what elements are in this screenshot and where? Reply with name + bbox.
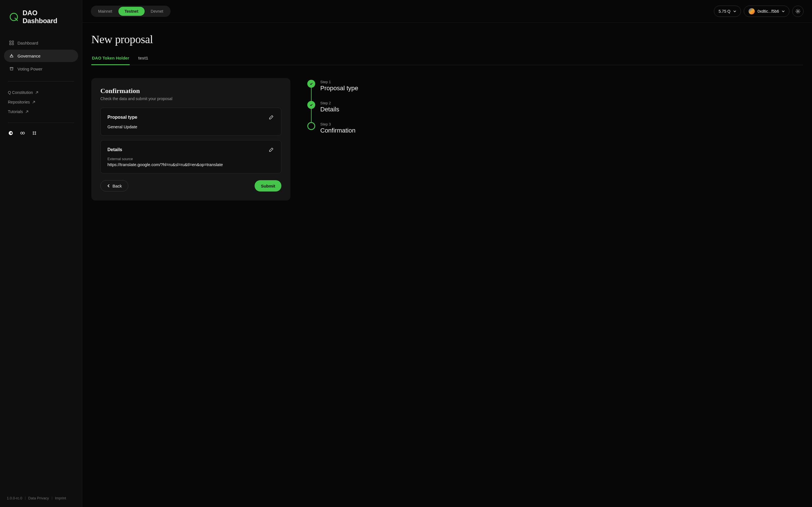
link-constitution[interactable]: Q Constitution	[8, 88, 74, 97]
card-subtitle: Check the data and submit your proposal	[100, 97, 281, 101]
version-label: 1.0.0-rc.0	[7, 496, 22, 500]
step-indicator-current	[307, 122, 315, 130]
external-icon	[35, 91, 39, 94]
brand-title: DAO Dashboard	[22, 9, 73, 25]
ext-link-label: Q Constitution	[8, 90, 33, 95]
step-indicator-done	[307, 80, 315, 88]
social3-icon[interactable]	[32, 130, 37, 136]
step-connector	[311, 88, 311, 101]
dashboard-icon	[9, 40, 14, 45]
confirmation-card: Confirmation Check the data and submit y…	[91, 78, 290, 201]
tabs: DAO Token Holder test1	[91, 56, 803, 65]
tab-dao-token-holder[interactable]: DAO Token Holder	[91, 56, 130, 65]
separator	[8, 81, 74, 81]
section-value: https://translate.google.com/?hl=ru&sl=r…	[107, 162, 274, 167]
sidebar-item-label: Governance	[17, 54, 41, 58]
nav: Dashboard Governance Voting Power	[4, 37, 78, 75]
section-details: Details External source https://translat…	[100, 140, 281, 173]
step-num: Step 1	[320, 80, 358, 84]
balance-dropdown[interactable]: 5.75 Q	[714, 6, 741, 17]
edit-details-button[interactable]	[268, 147, 274, 153]
external-icon	[25, 110, 28, 113]
sidebar-item-voting-power[interactable]: Voting Power	[4, 63, 78, 75]
svg-rect-4	[10, 44, 11, 45]
footer-sep	[52, 497, 52, 500]
edit-proposal-type-button[interactable]	[268, 114, 274, 120]
main: New proposal DAO Token Holder test1 Conf…	[82, 22, 812, 507]
sidebar-footer: 1.0.0-rc.0 Data Privacy Imprint	[4, 496, 78, 507]
ext-link-label: Repositories	[8, 100, 30, 104]
link-tutorials[interactable]: Tutorials	[8, 107, 74, 116]
back-button[interactable]: Back	[100, 180, 128, 191]
section-heading: Details	[107, 147, 122, 152]
chevron-down-icon	[782, 10, 785, 13]
svg-rect-3	[12, 41, 13, 42]
section-heading: Proposal type	[107, 115, 137, 120]
back-label: Back	[113, 183, 122, 188]
svg-rect-2	[10, 41, 11, 42]
topbar: Mainnet Testnet Devnet 5.75 Q 0xd6c...f5…	[82, 0, 812, 22]
link-imprint[interactable]: Imprint	[55, 496, 66, 500]
account-dropdown[interactable]: 0xd6c...f5b6	[744, 6, 790, 17]
pencil-icon	[269, 115, 274, 120]
network-devnet[interactable]: Devnet	[144, 7, 169, 16]
voting-power-icon	[9, 66, 14, 71]
link-privacy[interactable]: Data Privacy	[28, 496, 49, 500]
svg-rect-5	[12, 44, 13, 45]
stepper: Step 1 Proposal type Step 2 Details	[307, 78, 358, 201]
separator	[8, 123, 74, 123]
social1-icon[interactable]	[8, 130, 13, 136]
svg-point-8	[20, 132, 22, 134]
content-row: Confirmation Check the data and submit y…	[91, 78, 803, 201]
topbar-right: 5.75 Q 0xd6c...f5b6	[714, 6, 804, 17]
section-label: External source	[107, 157, 274, 161]
page-title: New proposal	[91, 33, 803, 46]
svg-point-9	[22, 132, 24, 134]
account-address: 0xd6c...f5b6	[758, 9, 779, 13]
footer-sep	[25, 497, 25, 500]
step-num: Step 2	[320, 101, 339, 105]
avatar	[749, 8, 755, 14]
sidebar-item-label: Dashboard	[17, 41, 38, 45]
step-label: Details	[320, 106, 339, 113]
balance-value: 5.75 Q	[719, 9, 731, 13]
step-3: Step 3 Confirmation	[307, 122, 358, 134]
section-proposal-type: Proposal type General Update	[100, 108, 281, 135]
tab-test1[interactable]: test1	[137, 56, 149, 65]
link-repositories[interactable]: Repositories	[8, 97, 74, 107]
section-value: General Update	[107, 124, 274, 129]
svg-point-10	[797, 10, 799, 12]
submit-button[interactable]: Submit	[254, 180, 281, 191]
governance-icon	[9, 53, 14, 58]
ext-link-label: Tutorials	[8, 109, 23, 114]
network-testnet[interactable]: Testnet	[118, 7, 144, 16]
logo-icon	[9, 12, 19, 22]
sidebar: DAO Dashboard Dashboard Governanc	[0, 0, 82, 507]
card-actions: Back Submit	[100, 180, 281, 191]
brand: DAO Dashboard	[4, 0, 78, 37]
social-row	[4, 130, 78, 136]
card-title: Confirmation	[100, 87, 281, 95]
step-num: Step 3	[320, 122, 355, 126]
network-mainnet[interactable]: Mainnet	[92, 7, 118, 16]
network-switcher: Mainnet Testnet Devnet	[91, 6, 171, 17]
step-label: Confirmation	[320, 127, 355, 134]
step-label: Proposal type	[320, 84, 358, 92]
svg-point-7	[10, 132, 12, 134]
chevron-left-icon	[107, 184, 110, 187]
chevron-down-icon	[733, 10, 736, 13]
sidebar-item-dashboard[interactable]: Dashboard	[4, 37, 78, 49]
step-2: Step 2 Details	[307, 101, 358, 122]
step-connector	[311, 109, 311, 122]
sidebar-item-governance[interactable]: Governance	[4, 50, 78, 62]
sidebar-item-label: Voting Power	[17, 66, 42, 71]
external-icon	[32, 100, 36, 104]
settings-button[interactable]	[792, 6, 804, 17]
social2-icon[interactable]	[20, 130, 25, 136]
step-indicator-done	[307, 101, 315, 109]
submit-label: Submit	[261, 183, 275, 188]
external-links: Q Constitution Repositories Tutorials	[4, 88, 78, 116]
gear-icon	[795, 9, 801, 14]
pencil-icon	[269, 147, 274, 152]
step-1: Step 1 Proposal type	[307, 80, 358, 101]
